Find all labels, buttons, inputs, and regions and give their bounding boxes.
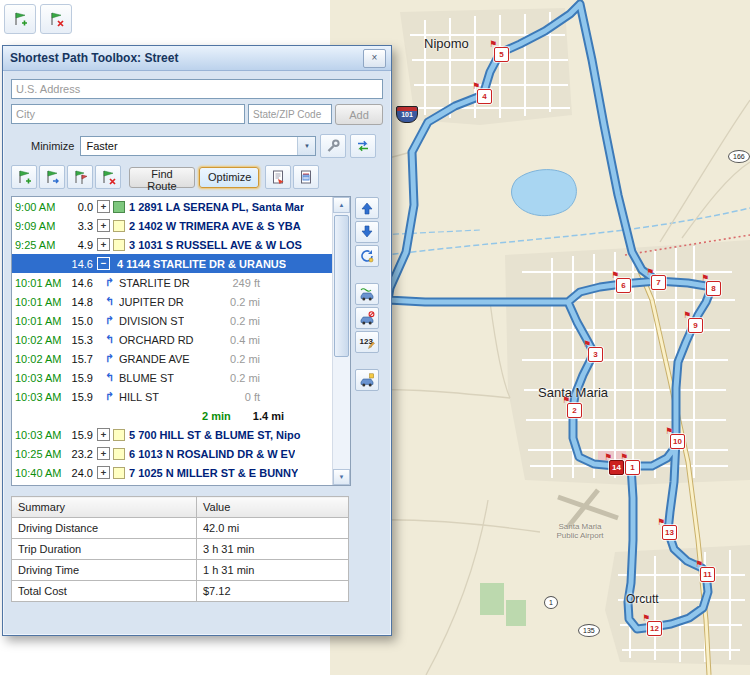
- map-waypoint[interactable]: 2: [567, 403, 582, 418]
- stop-row[interactable]: 10:03 AM15.9+5 700 HILL ST & BLUME ST, N…: [12, 425, 332, 444]
- directions-report-button[interactable]: [265, 165, 291, 189]
- map-waypoint[interactable]: 11: [700, 567, 715, 582]
- add-stop-button[interactable]: [11, 165, 37, 189]
- reorder-stops-button[interactable]: [67, 165, 93, 189]
- car-route-icon: [359, 287, 375, 301]
- window-titlebar[interactable]: Shortest Path Toolbox: Street ×: [3, 46, 391, 71]
- stop-row[interactable]: 9:09 AM3.3+2 1402 W TRIMERA AVE & S YBA: [12, 216, 332, 235]
- flag-x-icon: [48, 11, 64, 27]
- street-name: GRANDE AVE: [119, 353, 190, 365]
- stop-time: 10:03 AM: [12, 429, 67, 441]
- recalculate-button[interactable]: [355, 245, 379, 267]
- arrow-up-icon: [360, 201, 374, 215]
- move-stop-up-button[interactable]: [355, 197, 379, 219]
- map-toolbar: [4, 4, 72, 34]
- scrollbar-thumb[interactable]: [334, 215, 349, 357]
- street-name: HILL ST: [119, 391, 159, 403]
- direction-distance: 15.7: [67, 353, 93, 365]
- stop-label: 7 1025 N MILLER ST & E BUNNY: [129, 467, 298, 479]
- flag-x-icon: [100, 169, 116, 185]
- direction-row[interactable]: 10:02 AM15.7↱GRANDE AVE0.2 mi: [12, 349, 332, 368]
- address-input[interactable]: [11, 79, 383, 99]
- turn-icon: ↰: [105, 371, 119, 384]
- leg-distance: 1.4 mi: [253, 410, 284, 422]
- find-route-button[interactable]: Find Route: [129, 167, 195, 188]
- stop-marker-icon: [113, 429, 125, 441]
- remove-stop-tool-button[interactable]: [40, 4, 72, 34]
- stop-distance: 3.3: [67, 220, 93, 232]
- map-waypoint[interactable]: 5: [494, 47, 509, 62]
- city-input[interactable]: [11, 104, 245, 124]
- town-label-nipomo: Nipomo: [424, 36, 469, 51]
- direction-row[interactable]: 10:01 AM14.8↰JUPITER DR0.2 mi: [12, 292, 332, 311]
- map-waypoint[interactable]: 6: [616, 278, 631, 293]
- optimize-button[interactable]: Optimize: [199, 167, 259, 188]
- map-waypoint[interactable]: 8: [706, 281, 721, 296]
- state-zip-input[interactable]: [248, 104, 332, 124]
- segment-length: 0.2 mi: [214, 315, 260, 327]
- map-waypoint[interactable]: 12: [647, 621, 662, 636]
- stop-row[interactable]: 9:25 AM4.9+3 1031 S RUSSELL AVE & W LOS: [12, 235, 332, 254]
- close-button[interactable]: ×: [363, 49, 386, 68]
- map-canvas[interactable]: Nipomo Santa Maria Orcutt Santa MariaPub…: [330, 0, 750, 675]
- direction-distance: 14.8: [67, 296, 93, 308]
- expand-toggle-icon[interactable]: +: [97, 200, 110, 213]
- stop-row-selected[interactable]: 14.6−4 1144 STARLITE DR & URANUS: [12, 254, 332, 273]
- segment-length: 0 ft: [214, 391, 260, 403]
- insert-stop-button[interactable]: [39, 165, 65, 189]
- list-scrollbar[interactable]: ▲ ▼: [332, 197, 350, 485]
- expand-toggle-icon[interactable]: +: [97, 466, 110, 479]
- direction-row[interactable]: 10:01 AM15.0↱DIVISION ST0.2 mi: [12, 311, 332, 330]
- drive-route-button[interactable]: [355, 283, 379, 305]
- summary-label: Trip Duration: [12, 539, 197, 560]
- toll-cost-button[interactable]: [355, 369, 379, 391]
- reverse-route-button[interactable]: [350, 134, 376, 158]
- map-waypoint[interactable]: 13: [662, 525, 677, 540]
- chevron-down-icon[interactable]: ▼: [297, 137, 315, 155]
- expand-toggle-icon[interactable]: +: [97, 238, 110, 251]
- avoid-roads-button[interactable]: [355, 307, 379, 329]
- map-waypoint-current[interactable]: 14: [609, 460, 624, 475]
- remove-stop-button[interactable]: [95, 165, 121, 189]
- schedule-report-button[interactable]: [293, 165, 319, 189]
- map-waypoint[interactable]: 3: [588, 347, 603, 362]
- stop-row[interactable]: 10:40 AM24.0+7 1025 N MILLER ST & E BUNN…: [12, 463, 332, 482]
- scroll-up-icon[interactable]: ▲: [333, 197, 350, 213]
- stop-distance: 14.6: [67, 258, 93, 270]
- scroll-down-icon[interactable]: ▼: [333, 469, 350, 485]
- scrollbar-track[interactable]: [333, 213, 350, 469]
- map-waypoint[interactable]: 4: [477, 89, 492, 104]
- direction-row[interactable]: 10:02 AM15.3↰ORCHARD RD0.4 mi: [12, 330, 332, 349]
- stop-marker-icon: [113, 220, 125, 232]
- move-stop-down-button[interactable]: [355, 221, 379, 243]
- map-waypoint[interactable]: 9: [688, 318, 703, 333]
- ca1-shield-icon: 1: [544, 596, 558, 609]
- minimize-select[interactable]: Faster ▼: [80, 136, 316, 156]
- direction-time: 10:03 AM: [12, 372, 67, 384]
- map-waypoint[interactable]: 1: [625, 460, 640, 475]
- expand-toggle-icon[interactable]: +: [97, 447, 110, 460]
- segment-length: 249 ft: [214, 277, 260, 289]
- turn-icon: ↱: [105, 314, 119, 327]
- renumber-stops-button[interactable]: 123: [355, 331, 379, 353]
- stop-row[interactable]: 10:25 AM23.2+6 1013 N ROSALIND DR & W EV: [12, 444, 332, 463]
- stop-time: 10:40 AM: [12, 467, 67, 479]
- add-stop-tool-button[interactable]: [4, 4, 36, 34]
- route-options-button[interactable]: [320, 134, 346, 158]
- direction-time: 10:03 AM: [12, 391, 67, 403]
- direction-time: 10:02 AM: [12, 334, 67, 346]
- airport-label: Santa MariaPublic Airport: [540, 522, 620, 540]
- direction-row[interactable]: 10:03 AM15.9↰BLUME ST0.2 mi: [12, 368, 332, 387]
- expand-toggle-icon[interactable]: +: [97, 428, 110, 441]
- ca135-shield-icon: 135: [578, 624, 600, 637]
- collapse-toggle-icon[interactable]: −: [97, 257, 110, 270]
- map-waypoint[interactable]: 7: [651, 275, 666, 290]
- expand-toggle-icon[interactable]: +: [97, 219, 110, 232]
- segment-length: 0.4 mi: [214, 334, 260, 346]
- stop-row[interactable]: 9:00 AM0.0+1 2891 LA SERENA PL, Santa Ma…: [12, 197, 332, 216]
- direction-row[interactable]: 10:01 AM14.6↱STARLITE DR249 ft: [12, 273, 332, 292]
- stop-time: 9:00 AM: [12, 201, 67, 213]
- add-button[interactable]: Add: [335, 104, 383, 125]
- direction-row[interactable]: 10:03 AM15.9↱HILL ST0 ft: [12, 387, 332, 406]
- map-waypoint[interactable]: 10: [670, 434, 685, 449]
